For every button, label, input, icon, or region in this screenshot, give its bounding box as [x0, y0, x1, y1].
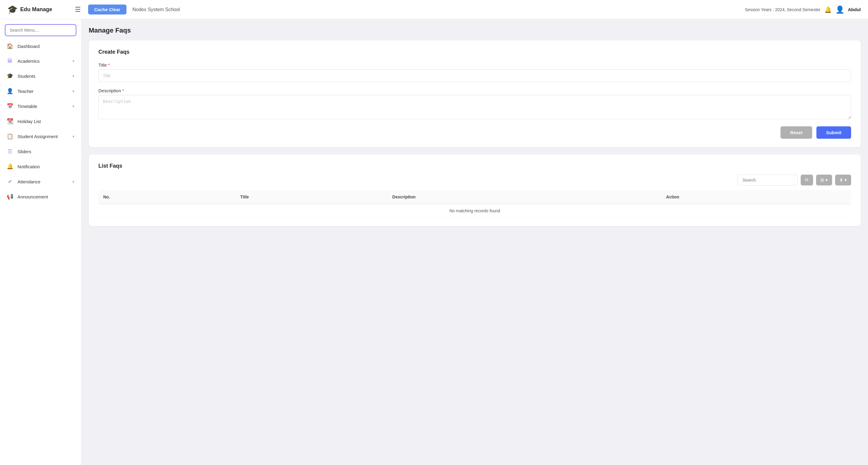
- sidebar-item-attendance[interactable]: ✔ Attendance ▾: [0, 174, 81, 189]
- description-input[interactable]: [98, 95, 851, 119]
- sidebar-item-academics[interactable]: 🏛 Academics ▾: [0, 54, 81, 68]
- page-title: Manage Faqs: [89, 27, 861, 34]
- create-faqs-card: Create Faqs Title * Description * Reset …: [89, 40, 861, 147]
- logo-icon: 🎓: [7, 4, 18, 14]
- description-form-group: Description *: [98, 88, 851, 120]
- columns-icon: ⊞: [820, 177, 824, 183]
- list-search-input[interactable]: [737, 175, 798, 186]
- table-header-row: No. Title Description Action: [98, 190, 851, 204]
- col-action: Action: [661, 190, 851, 204]
- nav-label-dashboard: Dashboard: [18, 44, 74, 49]
- title-input[interactable]: [98, 69, 851, 82]
- nav-icon-announcement: 📢: [7, 193, 13, 200]
- nav-label-announcement: Announcement: [18, 194, 74, 199]
- description-label: Description *: [98, 88, 851, 93]
- refresh-icon: ⟳: [805, 177, 809, 183]
- session-info: Session Years : 2024, Second Semester: [745, 7, 820, 12]
- chevron-icon-teacher: ▾: [72, 89, 74, 94]
- main-layout: 🏠 Dashboard 🏛 Academics ▾ 🎓 Students ▾ 👤…: [0, 19, 868, 465]
- no-records-text: No matching records found: [98, 204, 851, 218]
- table-body: No matching records found: [98, 204, 851, 218]
- nav-label-students: Students: [18, 74, 68, 79]
- nav-label-holiday-list: Holiday List: [18, 119, 74, 124]
- nav-icon-teacher: 👤: [7, 88, 13, 94]
- content-area: Manage Faqs Create Faqs Title * Descript…: [82, 19, 868, 465]
- school-name: Nodex System School: [132, 7, 180, 12]
- nav-label-notification: Notification: [18, 164, 74, 169]
- nav-label-attendance: Attendance: [18, 179, 68, 184]
- list-header: List Faqs: [98, 163, 851, 169]
- chevron-icon-students: ▾: [72, 74, 74, 78]
- download-icon: ⬇: [839, 177, 843, 183]
- nav-icon-dashboard: 🏠: [7, 43, 13, 49]
- logo-text: Edu Manage: [20, 6, 52, 13]
- nav-label-academics: Academics: [18, 59, 68, 64]
- description-required-star: *: [122, 88, 124, 93]
- sidebar: 🏠 Dashboard 🏛 Academics ▾ 🎓 Students ▾ 👤…: [0, 19, 82, 465]
- cache-clear-button[interactable]: Cache Clear: [88, 4, 126, 14]
- search-menu-input[interactable]: [5, 24, 76, 36]
- nav-icon-timetable: 📅: [7, 103, 13, 109]
- chevron-icon-timetable: ▾: [72, 104, 74, 108]
- list-controls: ⟳ ⊞ ▾ ⬇ ▾: [98, 175, 851, 186]
- nav-label-student-assignment: Student Assignment: [18, 134, 68, 139]
- notification-icon[interactable]: 🔔: [824, 6, 832, 13]
- sidebar-item-timetable[interactable]: 📅 Timetable ▾: [0, 99, 81, 114]
- sidebar-item-holiday-list[interactable]: 📆 Holiday List: [0, 114, 81, 129]
- download-button[interactable]: ⬇ ▾: [835, 175, 851, 186]
- faq-table: No. Title Description Action No matching…: [98, 190, 851, 218]
- list-faqs-title: List Faqs: [98, 163, 122, 169]
- search-input-wrap: [737, 175, 798, 186]
- columns-button[interactable]: ⊞ ▾: [816, 175, 832, 186]
- title-form-group: Title *: [98, 62, 851, 82]
- sidebar-item-sliders[interactable]: ☰ Sliders: [0, 144, 81, 159]
- title-required-star: *: [108, 62, 110, 68]
- refresh-button[interactable]: ⟳: [801, 175, 813, 186]
- no-records-row: No matching records found: [98, 204, 851, 218]
- download-chevron-icon: ▾: [844, 177, 847, 183]
- sidebar-item-student-assignment[interactable]: 📋 Student Assignment ▾: [0, 129, 81, 144]
- nav-icon-holiday-list: 📆: [7, 118, 13, 125]
- nav-icon-attendance: ✔: [7, 178, 13, 185]
- chevron-icon-academics: ▾: [72, 59, 74, 63]
- col-title: Title: [236, 190, 388, 204]
- reset-button[interactable]: Reset: [780, 126, 812, 139]
- nav-icon-sliders: ☰: [7, 148, 13, 155]
- form-actions: Reset Submit: [98, 126, 851, 139]
- user-avatar: 👤: [835, 5, 844, 14]
- create-faqs-title: Create Faqs: [98, 49, 851, 55]
- col-description: Description: [388, 190, 661, 204]
- nav-icon-student-assignment: 📋: [7, 133, 13, 140]
- user-name: Abdul: [848, 7, 861, 12]
- submit-button[interactable]: Submit: [816, 126, 851, 139]
- sidebar-items-container: 🏠 Dashboard 🏛 Academics ▾ 🎓 Students ▾ 👤…: [0, 39, 81, 204]
- sidebar-item-announcement[interactable]: 📢 Announcement: [0, 189, 81, 204]
- sidebar-item-teacher[interactable]: 👤 Teacher ▾: [0, 84, 81, 99]
- hamburger-button[interactable]: ☰: [72, 4, 83, 15]
- nav-label-teacher: Teacher: [18, 89, 68, 94]
- topnav-right: Session Years : 2024, Second Semester 🔔 …: [745, 5, 861, 14]
- search-menu-wrap: [0, 19, 81, 39]
- logo-area: 🎓 Edu Manage: [7, 4, 68, 14]
- nav-icon-academics: 🏛: [7, 58, 13, 64]
- title-label: Title *: [98, 62, 851, 68]
- chevron-icon-attendance: ▾: [72, 179, 74, 184]
- columns-chevron-icon: ▾: [826, 177, 828, 183]
- nav-icon-notification: 🔔: [7, 163, 13, 170]
- list-faqs-section: List Faqs ⟳ ⊞ ▾ ⬇ ▾: [89, 155, 861, 226]
- sidebar-item-students[interactable]: 🎓 Students ▾: [0, 68, 81, 84]
- nav-label-timetable: Timetable: [18, 104, 68, 109]
- chevron-icon-student-assignment: ▾: [72, 134, 74, 139]
- sidebar-item-notification[interactable]: 🔔 Notification: [0, 159, 81, 174]
- table-head: No. Title Description Action: [98, 190, 851, 204]
- sidebar-item-dashboard[interactable]: 🏠 Dashboard: [0, 39, 81, 54]
- topnav: 🎓 Edu Manage ☰ Cache Clear Nodex System …: [0, 0, 868, 19]
- nav-icon-students: 🎓: [7, 73, 13, 79]
- col-no: No.: [98, 190, 236, 204]
- nav-label-sliders: Sliders: [18, 149, 74, 154]
